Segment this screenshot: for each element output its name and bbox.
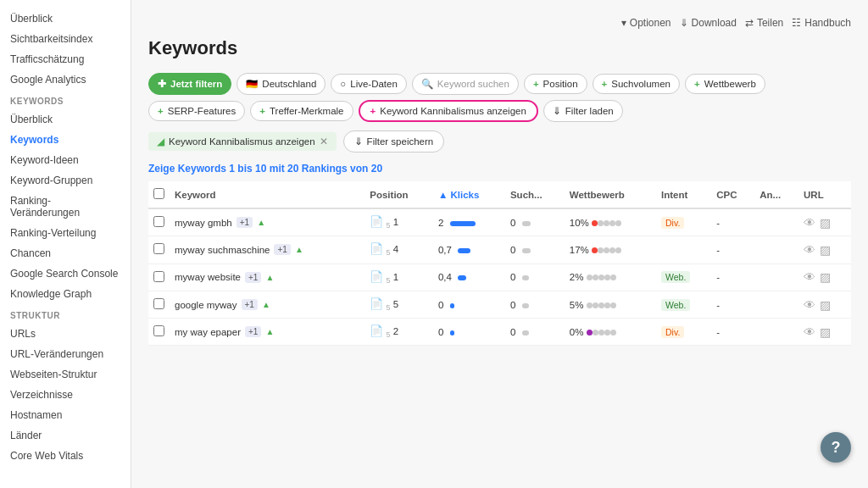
sidebar-item-webseiten-struktur[interactable]: Webseiten-Struktur bbox=[0, 364, 131, 385]
filter-deutschland[interactable]: 🇩🇪 Deutschland bbox=[236, 73, 326, 95]
sidebar-item-ueberblick2[interactable]: Überblick bbox=[0, 109, 131, 130]
wettbewerb-dot bbox=[615, 247, 621, 253]
klicks-bar bbox=[450, 330, 454, 336]
table-row: google myway +1 ▲ 📄 5 5 0 0 5% Web.- 👁 ▨ bbox=[148, 291, 851, 318]
sidebar-item-core-web-vitals[interactable]: Core Web Vitals bbox=[0, 446, 131, 466]
plus-icon: + bbox=[694, 79, 700, 89]
intent-badge: Web. bbox=[661, 271, 690, 283]
kannibalismus-active-tag: ◢ Keyword Kannibalismus anzeigen ✕ bbox=[148, 132, 337, 151]
filter-treffer-merkmale[interactable]: + Treffer-Merkmale bbox=[250, 101, 353, 121]
position-cell: 📄 5 4 bbox=[364, 236, 433, 263]
col-header-cpc[interactable]: CPC bbox=[711, 181, 754, 208]
teilen-btn[interactable]: ⇄ Teilen bbox=[745, 17, 783, 29]
select-all-checkbox[interactable] bbox=[153, 188, 164, 199]
chart-icon[interactable]: ▨ bbox=[820, 243, 831, 257]
row-checkbox[interactable] bbox=[153, 216, 164, 227]
filter-wettbewerb[interactable]: + Wettbewerb bbox=[685, 74, 765, 94]
preview-icon[interactable]: 👁 bbox=[804, 298, 815, 312]
preview-icon[interactable]: 👁 bbox=[804, 270, 815, 284]
sidebar-item-chancen[interactable]: Chancen bbox=[0, 243, 131, 263]
col-header-an[interactable]: An... bbox=[754, 181, 798, 208]
table-info: Zeige Keywords 1 bis 10 mit 20 Rankings … bbox=[148, 163, 851, 175]
col-header-url[interactable]: URL bbox=[798, 181, 851, 208]
position-value: 1 bbox=[393, 272, 398, 282]
col-header-klicks[interactable]: ▲ Klicks bbox=[433, 181, 505, 208]
position-value: 2 bbox=[393, 326, 398, 336]
chart-icon[interactable]: ▨ bbox=[820, 216, 831, 230]
sidebar-item-knowledge-graph[interactable]: Knowledge Graph bbox=[0, 284, 131, 304]
download-btn[interactable]: ⇓ Download bbox=[680, 17, 737, 29]
col-header-position[interactable]: Position bbox=[364, 181, 433, 208]
chart-icon[interactable]: ▨ bbox=[820, 298, 831, 312]
filter-suchvolumen[interactable]: + Suchvolumen bbox=[593, 74, 680, 94]
keyword-cell: google myway +1 ▲ bbox=[170, 291, 364, 318]
sidebar-item-trafficschaetzung[interactable]: Trafficschätzung bbox=[0, 49, 131, 69]
optionen-btn[interactable]: ▾ Optionen bbox=[621, 17, 671, 29]
position-cell: 📄 5 5 bbox=[364, 291, 433, 318]
save-icon: ⇓ bbox=[354, 136, 363, 147]
sidebar-item-url-veraenderungen[interactable]: URL-Veränderungen bbox=[0, 344, 131, 364]
chart-icon[interactable]: ▨ bbox=[820, 270, 831, 284]
wettbewerb-dot bbox=[610, 330, 616, 336]
such-bar bbox=[522, 248, 531, 253]
wettbewerb-cell: 17% bbox=[565, 236, 656, 263]
handbuch-btn[interactable]: ☷ Handbuch bbox=[792, 17, 851, 29]
col-header-such[interactable]: Such... bbox=[505, 181, 565, 208]
col-header-keyword[interactable]: Keyword bbox=[170, 181, 364, 208]
klicks-cell: 2 bbox=[433, 208, 505, 236]
position-value: 5 bbox=[393, 299, 398, 309]
position-cell: 📄 5 2 bbox=[364, 319, 433, 346]
optionen-icon: ▾ bbox=[621, 17, 626, 29]
preview-icon[interactable]: 👁 bbox=[804, 243, 815, 257]
sidebar-item-keyword-gruppen[interactable]: Keyword-Gruppen bbox=[0, 170, 131, 191]
col-header-intent[interactable]: Intent bbox=[656, 181, 711, 208]
sidebar-item-sichtbarkeitsindex[interactable]: Sichtbarkeitsindex bbox=[0, 29, 131, 49]
row-checkbox[interactable] bbox=[153, 271, 164, 282]
position-page-icon: 📄 bbox=[370, 270, 383, 283]
wettbewerb-cell: 0% bbox=[565, 319, 656, 346]
row-checkbox[interactable] bbox=[153, 298, 164, 309]
filter-serp-features[interactable]: + SERP-Features bbox=[148, 101, 245, 121]
sidebar-item-keywords[interactable]: Keywords bbox=[0, 130, 131, 150]
filter-position[interactable]: + Position bbox=[524, 74, 587, 94]
an-cell bbox=[754, 236, 798, 263]
intent-cell: Web. bbox=[656, 291, 711, 318]
wettbewerb-dot bbox=[587, 330, 593, 336]
keywords-table: KeywordPosition▲ KlicksSuch...Wettbewerb… bbox=[148, 181, 851, 346]
sidebar-item-laender[interactable]: Länder bbox=[0, 425, 131, 446]
save-filter-button[interactable]: ⇓ Filter speichern bbox=[343, 130, 445, 152]
preview-icon[interactable]: 👁 bbox=[804, 216, 815, 230]
help-button[interactable]: ? bbox=[821, 432, 851, 463]
sidebar-item-ueberblick1[interactable]: Überblick bbox=[0, 8, 131, 29]
wettbewerb-dot bbox=[604, 220, 609, 226]
sidebar-item-verzeichnisse[interactable]: Verzeichnisse bbox=[0, 385, 131, 405]
chart-icon[interactable]: ▨ bbox=[820, 325, 831, 339]
wettbewerb-dot bbox=[592, 247, 598, 253]
keyword-text: myway gmbh bbox=[175, 218, 232, 228]
sidebar-item-hostnamen[interactable]: Hostnamen bbox=[0, 405, 131, 425]
sidebar-item-urls[interactable]: URLs bbox=[0, 324, 131, 344]
col-header-checkbox[interactable] bbox=[148, 181, 170, 208]
main-content: ▾ Optionen ⇓ Download ⇄ Teilen ☷ Handbuc… bbox=[131, 0, 868, 488]
sidebar-item-keyword-ideen[interactable]: Keyword-Ideen bbox=[0, 150, 131, 170]
row-checkbox[interactable] bbox=[153, 325, 164, 336]
cpc-cell: - bbox=[711, 236, 754, 263]
wettbewerb-dot bbox=[598, 330, 604, 336]
row-checkbox-cell bbox=[148, 208, 170, 236]
col-header-wettbewerb[interactable]: Wettbewerb bbox=[565, 181, 656, 208]
row-checkbox[interactable] bbox=[153, 243, 164, 254]
sidebar-item-google-analytics[interactable]: Google Analytics bbox=[0, 69, 131, 90]
an-cell bbox=[754, 291, 798, 318]
remove-filter-btn[interactable]: ✕ bbox=[320, 136, 328, 147]
sidebar-item-ranking-veraenderungen[interactable]: Ranking-Veränderungen bbox=[0, 191, 131, 223]
url-cell: 👁 ▨ bbox=[798, 319, 851, 346]
sidebar-item-google-search-console[interactable]: Google Search Console bbox=[0, 263, 131, 284]
filter-keyword-suchen[interactable]: 🔍 Keyword suchen bbox=[412, 73, 519, 95]
position-page-icon: 📄 bbox=[370, 242, 383, 255]
filter-jetzt-filtern[interactable]: ✚ Jetzt filtern bbox=[148, 73, 231, 95]
sidebar-item-ranking-verteilung[interactable]: Ranking-Verteilung bbox=[0, 223, 131, 243]
preview-icon[interactable]: 👁 bbox=[804, 325, 815, 339]
filter-filter-laden[interactable]: ⇓ Filter laden bbox=[543, 100, 623, 122]
filter-live-daten[interactable]: ○ Live-Daten bbox=[331, 74, 407, 94]
filter-keyword-kannibalismus[interactable]: + Keyword Kannibalismus anzeigen bbox=[359, 100, 538, 122]
